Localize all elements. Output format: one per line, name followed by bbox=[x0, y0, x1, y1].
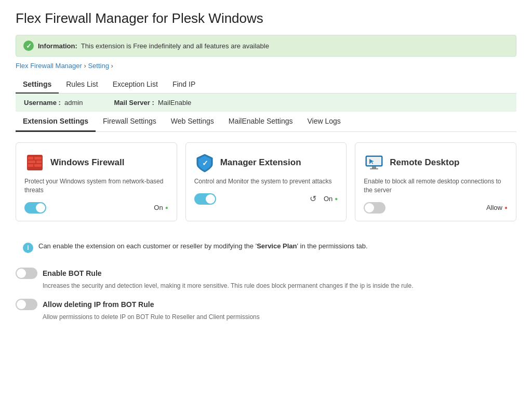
subtab-web-settings[interactable]: Web Settings bbox=[164, 112, 221, 132]
svg-rect-11 bbox=[370, 168, 378, 169]
cards-row: Windows Firewall Protect your Windows sy… bbox=[16, 142, 516, 221]
svg-rect-10 bbox=[372, 166, 376, 168]
allow-deleting-setting: Allow deleting IP from BOT Rule Allow pe… bbox=[16, 299, 516, 322]
sub-tabs: Extension Settings Firewall Settings Web… bbox=[16, 112, 516, 132]
tab-exception-list[interactable]: Exception List bbox=[105, 76, 165, 94]
breadcrumb: Flex Firewall Manager › Setting › bbox=[16, 62, 516, 70]
subtab-view-logs[interactable]: View Logs bbox=[300, 112, 348, 132]
breadcrumb-link-1[interactable]: Flex Firewall Manager bbox=[16, 62, 82, 70]
tab-settings[interactable]: Settings bbox=[16, 76, 59, 94]
allow-deleting-label: Allow deleting IP from BOT Rule bbox=[43, 300, 154, 309]
card-remote-desktop-desc: Enable to block all remote desktop conne… bbox=[364, 177, 508, 195]
bot-rule-desc: Increases the security and detection lev… bbox=[43, 281, 516, 290]
card-windows-firewall: Windows Firewall Protect your Windows sy… bbox=[16, 142, 177, 221]
mailserver-label: Mail Server : bbox=[114, 99, 154, 107]
info-note-start: Can enable the extension on each custome… bbox=[38, 242, 257, 250]
svg-rect-3 bbox=[28, 161, 35, 163]
tab-find-ip[interactable]: Find IP bbox=[165, 76, 203, 94]
status-dot-green-2: ● bbox=[335, 196, 338, 202]
tab-rules-list[interactable]: Rules List bbox=[59, 76, 105, 94]
card-manager-extension: ✓ Manager Extension Control and Monitor … bbox=[185, 142, 347, 221]
card-remote-desktop-title: Remote Desktop bbox=[390, 157, 459, 168]
info-bold-text: Information: bbox=[38, 42, 77, 50]
card-windows-firewall-desc: Protect your Windows system from network… bbox=[24, 177, 168, 195]
card-remote-desktop-status: Allow bbox=[486, 204, 502, 211]
info-note-box: i Can enable the extension on each custo… bbox=[16, 237, 516, 258]
info-text: This extension is Free indefinitely and … bbox=[81, 42, 269, 50]
subtab-mailenable-settings[interactable]: MailEnable Settings bbox=[221, 112, 300, 132]
toggle-allow-deleting[interactable] bbox=[16, 299, 37, 310]
card-manager-extension-desc: Control and Monitor the system to preven… bbox=[194, 177, 338, 186]
remote-desktop-icon bbox=[364, 152, 384, 173]
svg-rect-5 bbox=[28, 164, 33, 167]
subtab-extension-settings[interactable]: Extension Settings bbox=[16, 112, 96, 132]
breadcrumb-sep-2: › bbox=[111, 62, 113, 70]
bot-rule-setting: Enable BOT Rule Increases the security a… bbox=[16, 268, 516, 290]
info-note-highlight: Service Plan bbox=[257, 242, 297, 250]
main-tabs: Settings Rules List Exception List Find … bbox=[16, 76, 516, 94]
svg-rect-2 bbox=[34, 157, 42, 159]
info-section: i Can enable the extension on each custo… bbox=[16, 237, 516, 322]
firewall-icon bbox=[24, 152, 45, 173]
mailserver-value: MailEnable bbox=[158, 99, 191, 107]
svg-rect-6 bbox=[34, 164, 42, 167]
toggle-manager-extension[interactable] bbox=[194, 193, 216, 205]
allow-deleting-desc: Allow permissions to delete IP on BOT Ru… bbox=[43, 312, 516, 322]
card-windows-firewall-status: On bbox=[154, 204, 163, 211]
username-value: admin bbox=[64, 99, 83, 107]
svg-rect-9 bbox=[367, 157, 381, 165]
user-info-bar: Username : admin Mail Server : MailEnabl… bbox=[16, 94, 516, 112]
page-title: Flex Firewall Manager for Plesk Windows bbox=[16, 10, 516, 26]
breadcrumb-link-2[interactable]: Setting bbox=[88, 62, 109, 70]
card-manager-extension-title: Manager Extension bbox=[220, 157, 301, 168]
info-check-icon: ✓ bbox=[23, 41, 34, 51]
svg-rect-4 bbox=[36, 161, 42, 163]
subtab-firewall-settings[interactable]: Firewall Settings bbox=[96, 112, 164, 132]
manager-extension-icon: ✓ bbox=[194, 152, 215, 173]
card-windows-firewall-title: Windows Firewall bbox=[50, 157, 124, 168]
svg-rect-1 bbox=[28, 157, 33, 159]
toggle-bot-rule[interactable] bbox=[16, 268, 37, 279]
bot-rule-label: Enable BOT Rule bbox=[43, 269, 102, 277]
card-remote-desktop: Remote Desktop Enable to block all remot… bbox=[355, 142, 516, 221]
username-label: Username : bbox=[24, 99, 61, 107]
info-banner: ✓ Information: This extension is Free in… bbox=[16, 35, 516, 57]
toggle-remote-desktop[interactable] bbox=[364, 202, 385, 214]
info-note-end: ' in the permissions tab. bbox=[297, 242, 368, 250]
svg-text:✓: ✓ bbox=[202, 159, 208, 167]
toggle-windows-firewall[interactable] bbox=[24, 202, 46, 214]
status-dot-green: ● bbox=[165, 205, 168, 210]
card-manager-extension-status: On bbox=[324, 195, 332, 203]
status-dot-red: ● bbox=[504, 205, 508, 210]
refresh-icon[interactable]: ↺ bbox=[310, 194, 316, 204]
info-i-icon: i bbox=[23, 243, 33, 253]
